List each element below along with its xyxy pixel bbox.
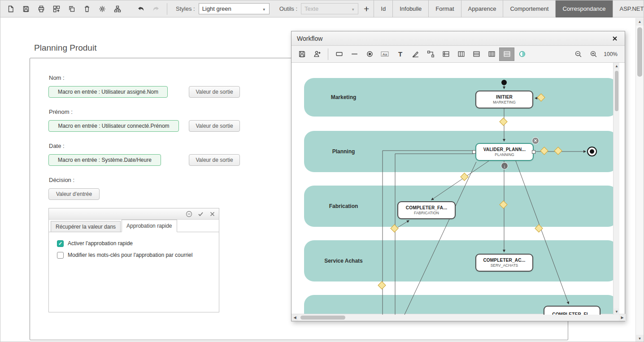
- scroll-up-arrow[interactable]: [614, 63, 619, 69]
- styles-dropdown[interactable]: Light green: [199, 3, 270, 14]
- workflow-node-initier[interactable]: INITIER MARKETING: [475, 91, 533, 108]
- close-x-icon: [210, 212, 215, 216]
- add-button[interactable]: +: [364, 4, 369, 13]
- connection-handle-left[interactable]: [472, 150, 476, 154]
- rectangle-icon: [335, 50, 343, 58]
- redo-button[interactable]: [148, 2, 164, 16]
- scroll-down-arrow[interactable]: [636, 335, 644, 342]
- text-t-icon: T: [396, 50, 404, 58]
- delete-button[interactable]: [79, 2, 95, 16]
- macro-chip-date[interactable]: Macro en entrée : Système.Date/Heure: [48, 154, 161, 166]
- columns-tool-button[interactable]: [453, 48, 469, 61]
- toolbar-separator: [167, 3, 167, 15]
- zoom-out-button[interactable]: [570, 48, 586, 61]
- scroll-up-arrow[interactable]: [636, 18, 644, 26]
- rectangle-tool-button[interactable]: [331, 48, 347, 61]
- wf-save-button[interactable]: [294, 48, 309, 61]
- main-toolbar: Styles : Light green Outils : Texte + Id…: [0, 0, 644, 17]
- print-icon: [38, 5, 45, 13]
- workflow-node-completer-fabrication[interactable]: COMPLETER_FA... FABRICATION: [397, 201, 456, 219]
- horizontal-scroll-thumb[interactable]: [300, 316, 345, 320]
- workflow-button[interactable]: [110, 2, 125, 16]
- radio-tool-button[interactable]: [362, 48, 377, 61]
- circle-minus-icon: [186, 211, 192, 217]
- swimlane-icon: [442, 50, 450, 58]
- input-value-button[interactable]: Valeur d'entrée: [48, 188, 100, 200]
- canvas-horizontal-scrollbar: [292, 314, 626, 321]
- vertical-scroll-thumb[interactable]: [615, 71, 618, 111]
- tab-recuperer-valeur[interactable]: Récupérer la valeur dans: [51, 221, 121, 232]
- macro-chip-prenom[interactable]: Macro en entrée : Utilisateur connecté.P…: [48, 120, 179, 132]
- workflow-connectors: [292, 63, 619, 315]
- new-document-button[interactable]: [3, 2, 18, 16]
- close-icon[interactable]: [208, 210, 216, 218]
- wf-add-user-button[interactable]: [309, 48, 325, 61]
- pen-tool-button[interactable]: [408, 48, 423, 61]
- settings-button[interactable]: [95, 2, 110, 16]
- tab-approbation-rapide[interactable]: Approbation rapide: [122, 220, 177, 232]
- layout-grid-button[interactable]: [49, 2, 64, 16]
- checkbox-modifier-mots-cles[interactable]: [57, 252, 64, 259]
- columns2-tool-button[interactable]: [484, 48, 499, 61]
- workflow-canvas[interactable]: Marketing Planning Fabrication Service A…: [292, 63, 619, 315]
- output-value-button-date[interactable]: Valeur de sortie: [189, 154, 240, 166]
- label-tool-button[interactable]: Aa: [377, 48, 392, 61]
- decision-panel-tabs: Récupérer la valeur dans Approbation rap…: [49, 220, 219, 232]
- workflow-node-completer-fi[interactable]: COMPLETER_FI...: [544, 306, 600, 315]
- workflow-node-completer-achats[interactable]: COMPLETER_AC... SERV_ACHATS: [475, 254, 533, 272]
- swimlane-tool-button[interactable]: [438, 48, 453, 61]
- tab-aspnet[interactable]: ASP.NET: [613, 0, 644, 17]
- vertical-scroll-thumb[interactable]: [637, 27, 642, 77]
- checkbox-label-modifier: Modifier les mots-clés pour l'approbatio…: [68, 252, 192, 258]
- canvas-vertical-scrollbar: [613, 63, 619, 315]
- end-event-node[interactable]: [587, 147, 597, 156]
- field-label-date: Date :: [49, 143, 65, 149]
- property-tabs: Id Infobulle Format Apparence Comporteme…: [374, 0, 644, 17]
- zoom-in-button[interactable]: [586, 48, 601, 61]
- scroll-left-arrow[interactable]: [292, 314, 298, 321]
- output-value-button-nom[interactable]: Valeur de sortie: [189, 86, 240, 98]
- macro-chip-nom[interactable]: Macro en entrée : Utilisateur assigné.No…: [48, 86, 168, 98]
- trash-icon: [83, 5, 91, 13]
- tab-infobulle[interactable]: Infobulle: [393, 0, 429, 17]
- undo-button[interactable]: [133, 2, 148, 16]
- collapse-button[interactable]: [185, 210, 193, 218]
- rows-tool-button[interactable]: [469, 48, 484, 61]
- main-vertical-scrollbar: [635, 18, 644, 342]
- theme-tool-button[interactable]: [514, 48, 530, 61]
- workflow-dialog: Workflow Aa T: [291, 31, 625, 321]
- tab-apparence[interactable]: Apparence: [461, 0, 504, 17]
- toolbar-separator: [328, 48, 328, 60]
- tools-dropdown-placeholder: Texte: [305, 5, 318, 12]
- text-tool-button[interactable]: T: [392, 48, 408, 61]
- delete-node-badge[interactable]: [532, 137, 539, 144]
- hierarchy-icon: [114, 5, 121, 13]
- tools-dropdown[interactable]: Texte: [301, 3, 358, 14]
- dialog-close-button[interactable]: [610, 34, 619, 43]
- checkbox-activer-approbation[interactable]: [57, 240, 64, 247]
- node-subtitle: FABRICATION: [414, 211, 439, 215]
- tab-format[interactable]: Format: [429, 0, 461, 17]
- copy-button[interactable]: [64, 2, 79, 16]
- workflow-node-valider-planning[interactable]: VALIDER_PLANN... PLANNING: [475, 143, 534, 161]
- table-columns2-icon: [488, 50, 496, 58]
- workflow-dialog-titlebar[interactable]: Workflow: [292, 31, 625, 46]
- start-event-node[interactable]: [501, 80, 507, 85]
- print-button[interactable]: [34, 2, 49, 16]
- tab-comportement[interactable]: Comportement: [503, 0, 556, 17]
- down-arrow-badge[interactable]: [501, 162, 508, 169]
- close-icon: [612, 36, 618, 41]
- scroll-down-arrow[interactable]: [614, 308, 619, 315]
- line-tool-button[interactable]: [347, 48, 362, 61]
- connector-tool-button[interactable]: [423, 48, 438, 61]
- save-button[interactable]: [18, 2, 34, 16]
- output-value-button-prenom[interactable]: Valeur de sortie: [189, 120, 240, 132]
- tab-id[interactable]: Id: [374, 0, 393, 17]
- chevron-down-icon: [351, 5, 355, 12]
- rows-selected-tool-button[interactable]: [499, 48, 514, 61]
- table-rows-icon: [473, 50, 480, 58]
- scroll-right-arrow[interactable]: [619, 314, 626, 321]
- connection-handle-right[interactable]: [532, 150, 535, 154]
- tab-correspondance[interactable]: Correspondance: [556, 0, 613, 17]
- confirm-button[interactable]: [196, 210, 205, 218]
